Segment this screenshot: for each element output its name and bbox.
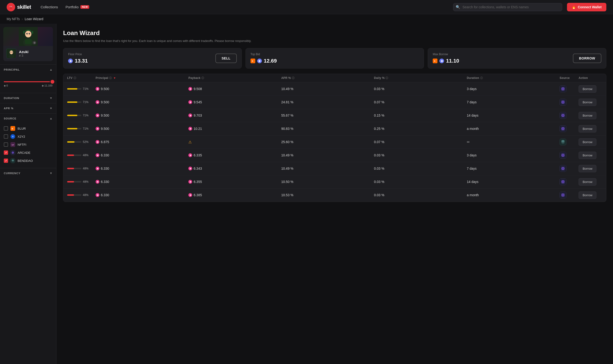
- borrow-button[interactable]: Borrow: [579, 112, 596, 119]
- td-duration: a month: [467, 193, 560, 197]
- borrow-button[interactable]: Borrow: [579, 178, 596, 185]
- svg-point-19: [9, 54, 14, 58]
- borrow-button[interactable]: Borrow: [579, 192, 596, 199]
- borrow-main-button[interactable]: BORROW: [573, 53, 601, 63]
- svg-text:NF: NF: [12, 144, 14, 146]
- filter-duration-header[interactable]: DURATION ▼: [0, 93, 56, 103]
- td-source: [560, 112, 579, 119]
- nft-number: # 3: [19, 54, 28, 57]
- payback-info-icon[interactable]: ⓘ: [201, 76, 204, 80]
- svg-rect-14: [25, 39, 32, 44]
- td-payback: ◈9.545: [188, 100, 281, 104]
- sort-icon[interactable]: ▼: [113, 77, 116, 79]
- td-ltv: 48%: [67, 167, 95, 170]
- borrow-button[interactable]: Borrow: [579, 85, 596, 93]
- coin-icon: ◈: [188, 114, 192, 117]
- principal-slider[interactable]: ◈ 0 ◈ 11.100: [4, 76, 53, 90]
- svg-point-73: [562, 181, 563, 182]
- daily-value: 0.07 %: [374, 100, 384, 104]
- apr-value: 90.83 %: [281, 127, 293, 130]
- apr-value: 25.60 %: [281, 140, 293, 144]
- td-source: [560, 86, 579, 92]
- principal-value: 9.500: [101, 100, 109, 104]
- duration-info-icon[interactable]: ⓘ: [480, 76, 483, 80]
- connect-wallet-button[interactable]: 🔥 Connect Wallet: [567, 3, 606, 11]
- nav-collections[interactable]: Collections: [41, 5, 58, 9]
- td-duration: 3 days: [467, 153, 560, 157]
- svg-point-57: [562, 128, 563, 129]
- search-icon: 🔍: [456, 5, 460, 9]
- td-source: [560, 125, 579, 132]
- payback-value: 10.21: [194, 127, 202, 130]
- daily-value: 0.03 %: [374, 180, 384, 184]
- principal-info-icon[interactable]: ⓘ: [109, 76, 112, 80]
- td-ltv: 48%: [67, 180, 95, 183]
- daily-value: 0.15 %: [374, 114, 384, 117]
- checkbox-nftfi[interactable]: [4, 143, 8, 147]
- borrow-button[interactable]: Borrow: [579, 152, 596, 159]
- daily-info-icon[interactable]: ⓘ: [385, 76, 388, 80]
- filter-principal: PRINCIPAL ▲ ◈ 0 ◈ 11.100: [0, 65, 56, 93]
- svg-text:⚙: ⚙: [33, 41, 36, 44]
- slider-min: ◈ 0: [4, 84, 8, 87]
- connect-wallet-icon: 🔥: [572, 5, 576, 9]
- logo[interactable]: skillet: [7, 3, 31, 11]
- table-row: 48% ◈ 6.330 ◈6.35510.50 %0.03 %14 days B…: [63, 175, 606, 189]
- top-bid-value: B ◈ 12.69: [250, 58, 277, 64]
- td-ltv: 71%: [67, 101, 95, 104]
- apr-info-icon[interactable]: ⓘ: [292, 76, 294, 80]
- th-source: Source: [560, 76, 579, 80]
- arcade-logo: [560, 125, 566, 132]
- nav-portfolio[interactable]: Portfolio NEW: [66, 5, 89, 9]
- source-benddao-item[interactable]: ✓ BENDDAO: [4, 157, 53, 165]
- checkbox-benddao[interactable]: ✓: [4, 158, 8, 163]
- svg-point-9: [25, 31, 31, 38]
- apr-value: 10.49 %: [281, 153, 293, 157]
- sell-button[interactable]: SELL: [215, 53, 237, 63]
- source-nftfi-item[interactable]: NF NFTFI: [4, 141, 53, 149]
- checkbox-x2y2[interactable]: [4, 134, 8, 139]
- svg-point-49: [562, 102, 563, 103]
- source-blur-item[interactable]: B BLUR: [4, 124, 53, 132]
- apr-value: 10.53 %: [281, 193, 293, 197]
- filter-currency-header[interactable]: CURRENCY ▼: [0, 168, 56, 178]
- coin-icon: ◈: [95, 180, 99, 184]
- chevron-up-icon-source: ▲: [50, 117, 53, 120]
- checkbox-arcade[interactable]: ✓: [4, 151, 8, 155]
- filter-source: SOURCE ▲ B BLUR X2Y2: [0, 113, 56, 168]
- filter-source-header[interactable]: SOURCE ▲: [0, 114, 56, 123]
- coin-icon: ◈: [188, 87, 192, 91]
- principal-value: 6.330: [101, 193, 109, 197]
- filter-duration: DURATION ▼: [0, 93, 56, 103]
- page-subtitle: Use the filters below to find the loan t…: [63, 39, 606, 43]
- borrow-button[interactable]: Borrow: [579, 138, 596, 146]
- new-badge: NEW: [81, 5, 89, 9]
- search-input[interactable]: [453, 3, 562, 11]
- main-content: Loan Wizard Use the filters below to fin…: [56, 24, 613, 364]
- breadcrumb-parent[interactable]: My NFTs: [7, 17, 20, 21]
- daily-value: 0.03 %: [374, 153, 384, 157]
- apr-value: 10.49 %: [281, 87, 293, 91]
- td-apr: 10.49 %: [281, 167, 374, 170]
- duration-value: 3 days: [467, 153, 477, 157]
- th-ltv: LTV ⓘ: [67, 76, 95, 80]
- td-apr: 55.67 %: [281, 114, 374, 117]
- filter-apr-header[interactable]: APR % ▼: [0, 103, 56, 113]
- source-x2y2-item[interactable]: X2Y2: [4, 132, 53, 141]
- td-action: Borrow: [579, 85, 602, 93]
- apr-value: 10.49 %: [281, 167, 293, 170]
- nft-inner: ⚙: [3, 27, 53, 61]
- ltv-info-icon[interactable]: ⓘ: [74, 76, 76, 80]
- td-apr: 10.53 %: [281, 193, 374, 197]
- td-action: Borrow: [579, 99, 602, 106]
- stat-card-max-borrow: Max Borrow B ◈ 11.10 BORROW: [428, 48, 606, 68]
- arcade-logo: [560, 112, 566, 119]
- borrow-button[interactable]: Borrow: [579, 99, 596, 106]
- borrow-button[interactable]: Borrow: [579, 125, 596, 132]
- source-arcade-item[interactable]: ✓ ARCADE: [4, 149, 53, 157]
- filter-principal-header[interactable]: PRINCIPAL ▲: [0, 65, 56, 75]
- checkbox-blur[interactable]: [4, 126, 8, 130]
- borrow-button[interactable]: Borrow: [579, 165, 596, 172]
- arcade-logo: [560, 192, 566, 198]
- nav: Collections Portfolio NEW: [41, 5, 453, 9]
